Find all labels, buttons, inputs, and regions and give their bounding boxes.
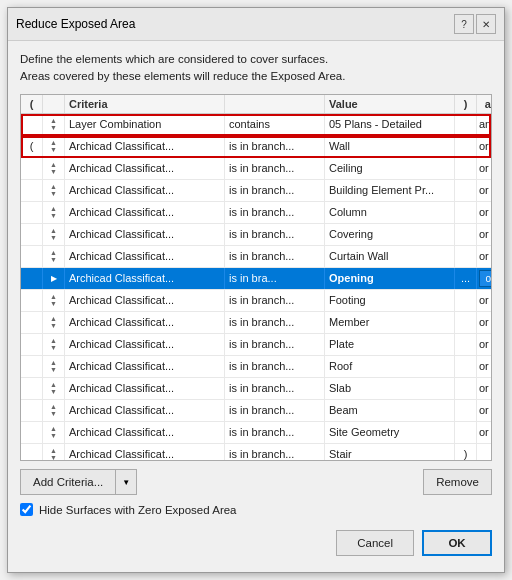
bottom-controls: Add Criteria... ▼ Remove Hide Surfaces w… (20, 461, 492, 562)
cell-sort[interactable]: ▲▼ (43, 378, 65, 399)
table-row[interactable]: ▲▼Archicad Classificat...is in branch...… (21, 180, 491, 202)
sort-arrows-icon[interactable]: ▲▼ (50, 425, 57, 439)
cell-value: Building Element Pr... (325, 180, 455, 201)
title-controls: ? ✕ (454, 14, 496, 34)
sort-arrows-icon[interactable]: ▲▼ (50, 139, 57, 153)
cell-operator: is in branch... (225, 246, 325, 267)
hide-surfaces-row: Hide Surfaces with Zero Exposed Area (20, 503, 492, 516)
cell-sort[interactable]: ▲▼ (43, 444, 65, 461)
footer-buttons: Cancel OK (20, 524, 492, 558)
ok-button[interactable]: OK (422, 530, 492, 556)
cell-sort[interactable]: ▲▼ (43, 290, 65, 311)
cell-operator: is in branch... (225, 422, 325, 443)
cell-and-or: and (477, 114, 491, 135)
cell-sort[interactable]: ▲▼ (43, 158, 65, 179)
cell-sort[interactable]: ▲▼ (43, 312, 65, 333)
cell-sort[interactable]: ▲▼ (43, 136, 65, 157)
cell-close (455, 158, 477, 179)
close-button[interactable]: ✕ (476, 14, 496, 34)
sort-arrows-icon[interactable]: ▲▼ (50, 227, 57, 241)
cell-close (455, 114, 477, 135)
table-row[interactable]: ▲▼Archicad Classificat...is in branch...… (21, 334, 491, 356)
hide-surfaces-label[interactable]: Hide Surfaces with Zero Exposed Area (39, 504, 237, 516)
cell-and-or: or (477, 400, 491, 421)
cell-close (455, 202, 477, 223)
table-body: ▲▼Layer Combinationcontains05 Plans - De… (21, 114, 491, 461)
sort-arrows-icon[interactable]: ▲▼ (50, 183, 57, 197)
table-row[interactable]: ▲▼Archicad Classificat...is in branch...… (21, 290, 491, 312)
cell-criteria: Archicad Classificat... (65, 312, 225, 333)
sort-arrows-icon[interactable]: ▲▼ (50, 205, 57, 219)
expand-arrow-icon[interactable]: ▶ (51, 274, 57, 283)
cell-and-or: or (477, 312, 491, 333)
cell-criteria: Archicad Classificat... (65, 268, 225, 289)
sort-arrows-icon[interactable]: ▲▼ (50, 447, 57, 460)
hide-surfaces-checkbox[interactable] (20, 503, 33, 516)
sort-arrows-icon[interactable]: ▲▼ (50, 403, 57, 417)
cell-criteria: Layer Combination (65, 114, 225, 135)
cell-sort[interactable]: ▲▼ (43, 202, 65, 223)
header-close-paren: ) (455, 95, 477, 113)
cell-sort[interactable]: ▲▼ (43, 180, 65, 201)
table-row[interactable]: ▲▼Archicad Classificat...is in branch...… (21, 444, 491, 461)
table-row[interactable]: ▲▼Archicad Classificat...is in branch...… (21, 158, 491, 180)
sort-arrows-icon[interactable]: ▲▼ (50, 117, 57, 131)
cell-close (455, 180, 477, 201)
table-row[interactable]: ▲▼Archicad Classificat...is in branch...… (21, 400, 491, 422)
cell-sort[interactable]: ▲▼ (43, 356, 65, 377)
cell-sort[interactable]: ▲▼ (43, 246, 65, 267)
cell-criteria: Archicad Classificat... (65, 422, 225, 443)
cell-sort[interactable]: ▲▼ (43, 114, 65, 135)
reduce-exposed-area-dialog: Reduce Exposed Area ? ✕ Define the eleme… (7, 7, 505, 573)
cancel-button[interactable]: Cancel (336, 530, 414, 556)
add-criteria-dropdown[interactable]: ▼ (116, 469, 137, 495)
table-row[interactable]: ▲▼Archicad Classificat...is in branch...… (21, 246, 491, 268)
add-criteria-button[interactable]: Add Criteria... (20, 469, 116, 495)
cell-sort[interactable]: ▲▼ (43, 224, 65, 245)
header-sort (43, 95, 65, 113)
sort-arrows-icon[interactable]: ▲▼ (50, 359, 57, 373)
add-remove-row: Add Criteria... ▼ Remove (20, 469, 492, 495)
sort-arrows-icon[interactable]: ▲▼ (50, 249, 57, 263)
cell-open-paren (21, 268, 43, 289)
sort-arrows-icon[interactable]: ▲▼ (50, 381, 57, 395)
cell-open-paren (21, 400, 43, 421)
table-row[interactable]: ▲▼Layer Combinationcontains05 Plans - De… (21, 114, 491, 136)
sort-arrows-icon[interactable]: ▲▼ (50, 161, 57, 175)
cell-value: Slab (325, 378, 455, 399)
table-row[interactable]: ▲▼Archicad Classificat...is in branch...… (21, 224, 491, 246)
cell-open-paren (21, 246, 43, 267)
cell-open-paren (21, 378, 43, 399)
cell-open-paren (21, 290, 43, 311)
table-row[interactable]: ▲▼Archicad Classificat...is in branch...… (21, 378, 491, 400)
table-row[interactable]: ▶Archicad Classificat...is in bra...Open… (21, 268, 491, 290)
sort-arrows-icon[interactable]: ▲▼ (50, 315, 57, 329)
table-row[interactable]: ▲▼Archicad Classificat...is in branch...… (21, 422, 491, 444)
table-row[interactable]: (▲▼Archicad Classificat...is in branch..… (21, 136, 491, 158)
title-bar: Reduce Exposed Area ? ✕ (8, 8, 504, 41)
table-row[interactable]: ▲▼Archicad Classificat...is in branch...… (21, 202, 491, 224)
remove-button[interactable]: Remove (423, 469, 492, 495)
table-header: ( Criteria Value ) and/or (21, 95, 491, 114)
cell-sort[interactable]: ▶ (43, 268, 65, 289)
cell-operator: is in branch... (225, 334, 325, 355)
cell-sort[interactable]: ▲▼ (43, 334, 65, 355)
cell-close (455, 334, 477, 355)
table-row[interactable]: ▲▼Archicad Classificat...is in branch...… (21, 356, 491, 378)
cell-close (455, 136, 477, 157)
cell-value: Plate (325, 334, 455, 355)
cell-close[interactable]: ... (455, 268, 477, 289)
or-button[interactable]: or (479, 270, 491, 287)
cell-sort[interactable]: ▲▼ (43, 422, 65, 443)
cell-value: Site Geometry (325, 422, 455, 443)
cell-and-or: or (477, 136, 491, 157)
cell-operator: is in branch... (225, 400, 325, 421)
sort-arrows-icon[interactable]: ▲▼ (50, 337, 57, 351)
table-row[interactable]: ▲▼Archicad Classificat...is in branch...… (21, 312, 491, 334)
cell-sort[interactable]: ▲▼ (43, 400, 65, 421)
sort-arrows-icon[interactable]: ▲▼ (50, 293, 57, 307)
help-button[interactable]: ? (454, 14, 474, 34)
cell-and-or: or (477, 356, 491, 377)
cell-value: 05 Plans - Detailed (325, 114, 455, 135)
cell-open-paren (21, 114, 43, 135)
